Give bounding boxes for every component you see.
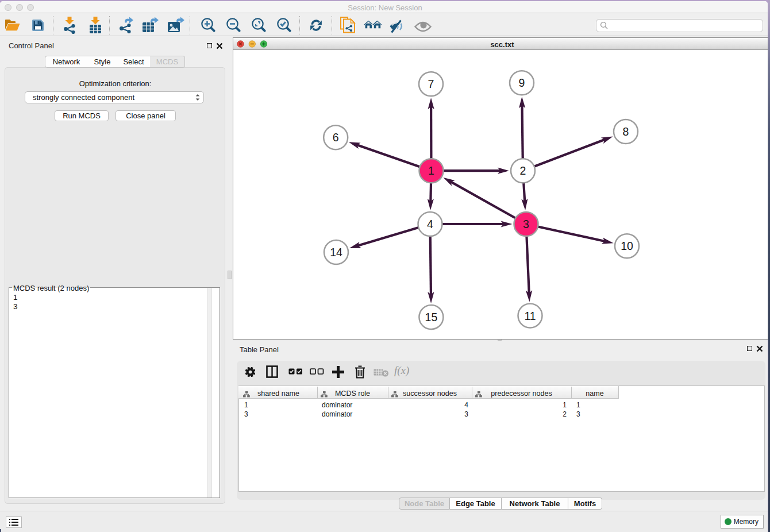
svg-text:14: 14: [330, 246, 342, 259]
svg-text:2: 2: [520, 164, 526, 177]
svg-text:11: 11: [524, 310, 536, 322]
svg-text:8: 8: [623, 125, 629, 138]
svg-text:15: 15: [425, 311, 438, 323]
svg-text:1: 1: [428, 164, 434, 177]
svg-text:10: 10: [621, 240, 633, 252]
svg-text:3: 3: [523, 218, 529, 230]
svg-text:6: 6: [333, 131, 339, 144]
svg-text:4: 4: [427, 218, 433, 230]
svg-text:7: 7: [428, 78, 434, 90]
svg-text:9: 9: [519, 76, 525, 89]
